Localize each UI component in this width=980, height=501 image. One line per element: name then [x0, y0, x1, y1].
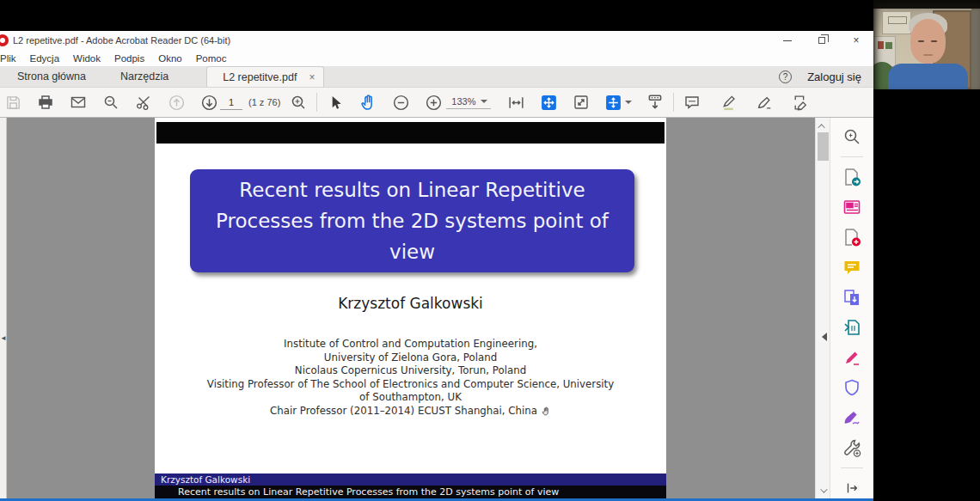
fit-page-icon[interactable] — [539, 93, 558, 112]
menu-edycja[interactable]: Edycja — [23, 53, 67, 64]
previous-page-icon[interactable] — [167, 93, 186, 112]
help-icon[interactable]: ? — [779, 70, 792, 83]
affiliation-line: Nicolaus Copernicus University, Torun, P… — [155, 364, 666, 378]
menu-pomoc[interactable]: Pomoc — [189, 53, 234, 64]
affiliation-line: of Southampton, UK — [155, 391, 666, 405]
scroll-down-button[interactable] — [816, 484, 830, 497]
zoom-level-value: 133% — [451, 96, 475, 107]
pdf-page: Recent results on Linear Repetitive Proc… — [155, 118, 666, 498]
slide-title-line: view — [190, 236, 634, 267]
tab-close-icon[interactable]: × — [309, 71, 315, 83]
minimize-button[interactable] — [770, 31, 805, 50]
menu-widok[interactable]: Widok — [66, 53, 107, 64]
slide-title-line: Processes from the 2D systems point of — [190, 205, 634, 236]
expand-panel-icon[interactable] — [842, 478, 862, 498]
comment-tool-icon[interactable] — [842, 257, 862, 278]
acrobat-app-icon — [0, 34, 9, 46]
hand-tool-icon[interactable] — [358, 93, 377, 112]
sign-icon[interactable] — [755, 93, 774, 112]
window-title: L2 repetitve.pdf - Adobe Acrobat Reader … — [13, 35, 230, 46]
document-area[interactable]: ◄ Recent results on Linear Repetitive Pr… — [0, 118, 830, 498]
more-tools-icon[interactable] — [842, 437, 862, 458]
tab-bar: Strona główna Narzędzia L2 repetitve.pdf… — [0, 66, 873, 88]
tab-document-label: L2 repetitve.pdf — [223, 71, 297, 83]
email-icon[interactable] — [69, 93, 88, 112]
affiliation-line: Institute of Control and Computation Eng… — [155, 338, 666, 351]
left-panel-collapse-icon[interactable]: ◄ — [0, 334, 7, 342]
scroll-up-button[interactable] — [816, 119, 830, 132]
tab-home[interactable]: Strona główna — [0, 66, 103, 87]
tools-sidebar — [830, 118, 873, 498]
page-display-icon[interactable] — [604, 93, 632, 112]
scrollbar-thumb[interactable] — [818, 132, 829, 161]
export-pdf-icon[interactable] — [842, 167, 862, 187]
affiliation-line: Visiting Professor of The School of Elec… — [155, 378, 666, 392]
vertical-scrollbar[interactable] — [815, 118, 830, 498]
zoom-level-dropdown[interactable]: 133% — [446, 95, 491, 109]
highlight-icon[interactable] — [719, 93, 738, 112]
comment-icon[interactable] — [683, 93, 701, 112]
title-bar: L2 repetitve.pdf - Adobe Acrobat Reader … — [0, 31, 873, 50]
left-panel-strip[interactable] — [0, 118, 7, 498]
marquee-zoom-icon[interactable] — [289, 93, 308, 112]
fit-width-icon[interactable] — [506, 93, 525, 112]
zoom-in-icon[interactable] — [424, 93, 443, 112]
zoom-out-icon[interactable] — [391, 93, 410, 112]
chevron-down-icon — [481, 100, 487, 103]
fill-sign-tool-icon[interactable] — [842, 347, 862, 368]
print-icon[interactable] — [36, 93, 55, 112]
fullscreen-icon[interactable] — [572, 93, 591, 112]
sign-in-link[interactable]: Zaloguj się — [807, 70, 861, 83]
next-page-icon[interactable] — [199, 93, 218, 112]
slide-footer-title-bar: Recent results on Linear Repetitive Proc… — [155, 486, 666, 498]
page-count-label: (1 z 76) — [248, 97, 280, 107]
combine-files-icon[interactable] — [842, 287, 862, 308]
chevron-down-icon — [625, 101, 632, 104]
protect-pdf-icon[interactable] — [842, 377, 862, 398]
slide-affiliations: Institute of Control and Computation Eng… — [155, 338, 666, 421]
slide-top-black-bar — [156, 122, 665, 144]
tab-document[interactable]: L2 repetitve.pdf × — [206, 66, 324, 87]
sidebar-collapse-icon[interactable] — [822, 333, 827, 341]
slide-title-box: Recent results on Linear Repetitive Proc… — [190, 169, 634, 272]
certificates-icon[interactable] — [842, 407, 862, 428]
slide-footer-author-bar: Krzysztof Galkowski — [155, 474, 666, 486]
search-icon[interactable] — [101, 93, 120, 112]
hand-cursor-icon — [541, 406, 551, 421]
create-pdf-icon[interactable] — [842, 227, 862, 247]
slide-title-line: Recent results on Linear Repetitive — [190, 174, 634, 205]
select-tool-icon[interactable] — [326, 93, 345, 112]
snapshot-icon[interactable] — [134, 93, 153, 112]
page-number-input[interactable] — [220, 95, 242, 110]
save-icon[interactable] — [3, 93, 22, 112]
compress-pdf-icon[interactable] — [842, 317, 862, 338]
fill-and-sign-icon[interactable] — [791, 93, 810, 112]
close-button[interactable]: × — [839, 31, 873, 50]
tab-tools[interactable]: Narzędzia — [103, 66, 186, 87]
acrobat-window: L2 repetitve.pdf - Adobe Acrobat Reader … — [0, 31, 873, 501]
slide-author: Krzysztof Galkowski — [155, 295, 666, 312]
screen: L2 repetitve.pdf - Adobe Acrobat Reader … — [0, 0, 980, 501]
main-toolbar: (1 z 76) 133% — [0, 88, 873, 118]
affiliation-line: University of Zielona Gora, Poland — [155, 351, 666, 365]
webcam-overlay — [873, 0, 980, 89]
scrolling-mode-icon[interactable] — [646, 93, 665, 112]
window-controls: × — [770, 31, 873, 50]
menu-bar: Plik Edycja Widok Podpis Okno Pomoc — [0, 50, 873, 66]
search-tools-icon[interactable] — [842, 126, 862, 147]
menu-plik[interactable]: Plik — [0, 53, 23, 64]
menu-podpis[interactable]: Podpis — [107, 53, 151, 64]
menu-okno[interactable]: Okno — [151, 53, 189, 64]
edit-pdf-icon[interactable] — [842, 197, 862, 217]
affiliation-line: Chair Professor (2011–2014) ECUST Shangh… — [155, 405, 666, 421]
restore-button[interactable] — [805, 31, 839, 50]
